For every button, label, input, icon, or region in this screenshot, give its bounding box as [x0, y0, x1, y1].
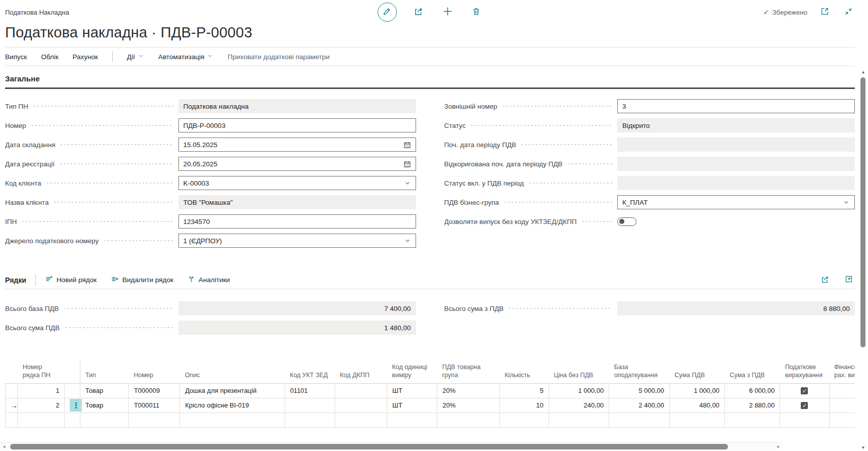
cell-dkpp[interactable]	[335, 398, 387, 413]
cell-ukt[interactable]: 01101	[285, 383, 335, 398]
column-header-type[interactable]: Тип	[80, 361, 128, 383]
cell-empty[interactable]	[437, 413, 499, 427]
column-header-menu[interactable]	[65, 361, 80, 383]
cell-type[interactable]: Товар	[80, 398, 128, 413]
field-input-pdv-biznes-hrupa[interactable]: К_ПЛАТ	[617, 195, 855, 209]
column-header-fin_account[interactable]: Фінансовий рах. витрат	[829, 361, 855, 383]
new-line-button[interactable]: Новий рядок	[45, 275, 97, 285]
toggle-dozvolyaty-vypusk[interactable]	[617, 217, 636, 226]
field-input-dzherelo-podatkovoho-nomeru[interactable]: 1 (ЄДРПОУ)	[178, 234, 416, 248]
cell-vat[interactable]: 480,00	[669, 398, 724, 413]
cell-base[interactable]: 2 400,00	[609, 398, 669, 413]
dropdown-chevron-icon[interactable]	[843, 199, 850, 206]
cell-empty[interactable]	[285, 413, 335, 427]
cell-ukt[interactable]	[285, 398, 335, 413]
cell-desc[interactable]: Дошка для презентацій	[180, 383, 285, 398]
horizontal-scrollbar-thumb[interactable]	[10, 444, 728, 449]
horizontal-scrollbar[interactable]: ◄ ►	[0, 442, 783, 450]
dropdown-chevron-icon[interactable]	[404, 237, 411, 244]
cell-empty[interactable]	[6, 413, 18, 427]
lines-share-button[interactable]	[819, 273, 832, 287]
cell-empty[interactable]	[780, 413, 829, 427]
cell-empty[interactable]	[80, 413, 128, 427]
lines-open-in-excel-button[interactable]	[843, 273, 855, 287]
collapse-button[interactable]	[842, 5, 855, 19]
cell-deduction[interactable]: ✓	[780, 383, 829, 398]
cell-empty[interactable]	[335, 413, 387, 427]
cell-line_no[interactable]: 1	[18, 383, 65, 398]
cell-line_no[interactable]: 2	[18, 398, 65, 413]
column-header-qty[interactable]: Кількість	[499, 361, 549, 383]
cell-no[interactable]: Т000009	[128, 383, 179, 398]
scroll-down-arrow-icon[interactable]: ▼	[859, 445, 867, 450]
cell-empty[interactable]	[180, 413, 285, 427]
cell-sel[interactable]: →	[6, 398, 18, 413]
column-header-total[interactable]: Сума з ПДВ	[725, 361, 780, 383]
field-input-data-reyestratsiyi[interactable]: 20.05.2025	[178, 157, 416, 171]
column-header-no[interactable]: Номер	[128, 361, 179, 383]
field-input-data-skladannya[interactable]: 15.05.2025	[178, 138, 416, 152]
scroll-up-arrow-icon[interactable]: ▲	[859, 70, 867, 74]
cell-total[interactable]: 2 880,00	[725, 398, 780, 413]
section-general-header[interactable]: Загальне	[5, 74, 855, 89]
checkbox-checked-icon[interactable]: ✓	[801, 387, 808, 394]
delete-button[interactable]	[470, 5, 483, 20]
column-header-desc[interactable]: Опис	[180, 361, 285, 383]
cell-total[interactable]: 6 000,00	[725, 383, 780, 398]
cell-unit[interactable]: ШТ	[387, 398, 437, 413]
cell-menu[interactable]	[65, 383, 80, 398]
field-input-zovnishniy-nomer[interactable]: 3	[617, 99, 855, 113]
cell-vat_group[interactable]: 20%	[437, 398, 499, 413]
cell-empty[interactable]	[18, 413, 65, 427]
ribbon-menu-diyi[interactable]: Дії	[127, 53, 144, 61]
ribbon-menu-avtomatyzatsiya[interactable]: Автоматизація	[158, 53, 213, 61]
cell-empty[interactable]	[549, 413, 609, 427]
cell-empty[interactable]	[609, 413, 669, 427]
ribbon-toggle-more-options[interactable]: Приховати додаткові параметри	[227, 53, 330, 61]
cell-empty[interactable]	[829, 413, 855, 427]
cell-deduction[interactable]: ✓	[780, 398, 829, 413]
cell-empty[interactable]	[65, 413, 80, 427]
cell-vat_group[interactable]: 20%	[437, 383, 499, 398]
share-button[interactable]	[412, 5, 426, 20]
cell-dkpp[interactable]	[335, 383, 387, 398]
ribbon-item-vypusk[interactable]: Випуск	[5, 53, 27, 61]
cell-desc[interactable]: Крісло офісне ВІ-019	[180, 398, 285, 413]
ribbon-item-rakhunok[interactable]: Рахунок	[73, 53, 98, 61]
checkbox-checked-icon[interactable]: ✓	[801, 402, 808, 409]
field-input-kod-kliyenta[interactable]: K-00003	[178, 176, 416, 190]
scroll-left-arrow-icon[interactable]: ◄	[0, 444, 8, 449]
popout-button[interactable]	[818, 5, 831, 19]
cell-empty[interactable]	[387, 413, 437, 427]
cell-qty[interactable]: 10	[499, 398, 549, 413]
column-header-vat_group[interactable]: ПДВ товарна група	[437, 361, 499, 383]
field-input-nomer[interactable]: ПДВ-Р-00003	[178, 118, 416, 132]
column-header-deduction[interactable]: Податкове вирахування	[780, 361, 829, 383]
cell-no[interactable]: Т000011	[128, 398, 179, 413]
column-header-base[interactable]: База оподаткування	[609, 361, 669, 383]
column-header-unit[interactable]: Код одиниці виміру	[387, 361, 437, 383]
cell-empty[interactable]	[128, 413, 179, 427]
cell-sel[interactable]	[6, 383, 18, 398]
cell-vat[interactable]: 1 000,00	[669, 383, 724, 398]
cell-empty[interactable]	[499, 413, 549, 427]
column-header-line_no[interactable]: Номер рядка ПН	[18, 361, 65, 383]
edit-button[interactable]	[378, 3, 397, 22]
cell-unit[interactable]: ШТ	[387, 383, 437, 398]
add-button[interactable]	[441, 5, 454, 20]
calendar-icon[interactable]	[403, 160, 411, 168]
column-header-price[interactable]: Ціна без ПДВ	[549, 361, 609, 383]
vertical-scrollbar-thumb[interactable]	[860, 77, 865, 347]
column-header-vat[interactable]: Сума ПДВ	[669, 361, 724, 383]
cell-price[interactable]: 240,00	[549, 398, 609, 413]
calendar-icon[interactable]	[403, 141, 411, 149]
cell-menu[interactable]: ⋮	[65, 398, 80, 413]
cell-fin_account[interactable]	[829, 383, 855, 398]
field-input-ipn[interactable]: 1234570	[178, 214, 416, 229]
cell-fin_account[interactable]	[829, 398, 855, 413]
cell-empty[interactable]	[669, 413, 724, 427]
vertical-scrollbar[interactable]: ▲ ▼	[859, 70, 867, 450]
delete-line-button[interactable]: Видалити рядок	[111, 275, 173, 285]
cell-price[interactable]: 1 000,00	[549, 383, 609, 398]
ribbon-item-oblik[interactable]: Облік	[41, 53, 58, 61]
